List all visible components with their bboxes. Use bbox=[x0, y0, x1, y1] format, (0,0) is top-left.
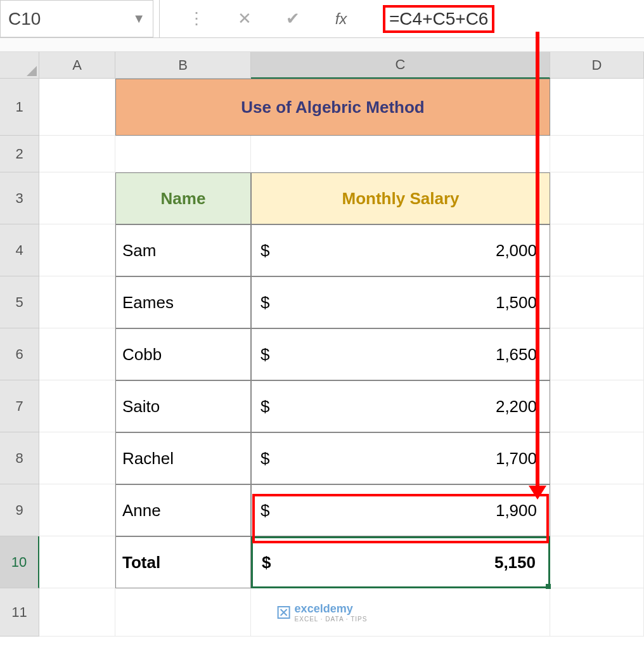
select-all-corner[interactable] bbox=[0, 52, 39, 79]
salary-value: 2,200 bbox=[496, 397, 543, 417]
cell-A2[interactable] bbox=[39, 136, 115, 172]
currency-symbol: $ bbox=[258, 397, 269, 417]
row-3: 3 Name Monthly Salary bbox=[0, 172, 644, 224]
svg-marker-0 bbox=[27, 66, 37, 76]
cell-D6[interactable] bbox=[550, 328, 644, 380]
total-cell[interactable]: $5,150 bbox=[251, 536, 550, 588]
cell-A4[interactable] bbox=[39, 224, 115, 276]
spacer bbox=[0, 38, 644, 52]
watermark-brand: exceldemy bbox=[295, 602, 353, 615]
salary-cell[interactable]: $2,200 bbox=[251, 380, 550, 432]
cell-D8[interactable] bbox=[550, 432, 644, 484]
cell-D5[interactable] bbox=[550, 276, 644, 328]
cell-D1[interactable] bbox=[550, 79, 644, 136]
salary-cell[interactable]: $1,700 bbox=[251, 432, 550, 484]
row-header-7[interactable]: 7 bbox=[0, 380, 39, 432]
cell-C2[interactable] bbox=[251, 136, 550, 172]
dropdown-arrow-icon[interactable]: ▼ bbox=[132, 11, 145, 26]
row-7: 7 Saito $2,200 bbox=[0, 380, 644, 432]
salary-cell[interactable]: $1,900 bbox=[251, 484, 550, 536]
row-header-10[interactable]: 10 bbox=[0, 536, 39, 588]
cell-A5[interactable] bbox=[39, 276, 115, 328]
row-4: 4 Sam $2,000 bbox=[0, 224, 644, 276]
cell-A7[interactable] bbox=[39, 380, 115, 432]
cell-D3[interactable] bbox=[550, 172, 644, 224]
row-10: 10 Total $5,150 bbox=[0, 536, 644, 588]
row-header-11[interactable]: 11 bbox=[0, 588, 39, 637]
fx-icon[interactable]: fx bbox=[330, 8, 352, 30]
name-box[interactable]: C10 ▼ bbox=[0, 0, 153, 37]
cancel-icon[interactable]: ✕ bbox=[233, 8, 256, 30]
formula-bar: C10 ▼ ⋮ ✕ ✔ fx =C4+C5+C6 bbox=[0, 0, 644, 38]
col-header-D[interactable]: D bbox=[550, 52, 644, 79]
name-cell[interactable]: Cobb bbox=[115, 328, 251, 380]
rows: 1 Use of Algebric Method 2 3 Name Monthl… bbox=[0, 79, 644, 637]
row-header-9[interactable]: 9 bbox=[0, 484, 39, 536]
col-header-B[interactable]: B bbox=[115, 52, 251, 79]
formula-text: =C4+C5+C6 bbox=[383, 5, 494, 33]
row-2: 2 bbox=[0, 136, 644, 172]
name-cell[interactable]: Sam bbox=[115, 224, 251, 276]
name-box-value: C10 bbox=[8, 9, 41, 29]
cell-D2[interactable] bbox=[550, 136, 644, 172]
row-header-4[interactable]: 4 bbox=[0, 224, 39, 276]
cell-A8[interactable] bbox=[39, 432, 115, 484]
row-header-2[interactable]: 2 bbox=[0, 136, 39, 172]
total-value: 5,150 bbox=[494, 553, 542, 572]
enter-icon[interactable]: ✔ bbox=[281, 8, 304, 30]
col-header-C[interactable]: C bbox=[251, 52, 550, 79]
row-header-1[interactable]: 1 bbox=[0, 79, 39, 136]
salary-cell[interactable]: $1,500 bbox=[251, 276, 550, 328]
cell-A9[interactable] bbox=[39, 484, 115, 536]
currency-symbol: $ bbox=[258, 241, 269, 261]
cell-D7[interactable] bbox=[550, 380, 644, 432]
row-header-5[interactable]: 5 bbox=[0, 276, 39, 328]
formula-input[interactable]: =C4+C5+C6 bbox=[378, 0, 644, 37]
cell-B2[interactable] bbox=[115, 136, 251, 172]
cell-D4[interactable] bbox=[550, 224, 644, 276]
header-name[interactable]: Name bbox=[115, 172, 251, 224]
cell-A11[interactable] bbox=[39, 588, 115, 637]
formula-buttons: ⋮ ✕ ✔ fx bbox=[160, 0, 378, 37]
cell-D11[interactable] bbox=[550, 588, 644, 637]
row-6: 6 Cobb $1,650 bbox=[0, 328, 644, 380]
row-1: 1 Use of Algebric Method bbox=[0, 79, 644, 136]
cell-A1[interactable] bbox=[39, 79, 115, 136]
name-cell[interactable]: Eames bbox=[115, 276, 251, 328]
row-9: 9 Anne $1,900 bbox=[0, 484, 644, 536]
fill-handle[interactable] bbox=[546, 584, 551, 589]
salary-cell[interactable]: $1,650 bbox=[251, 328, 550, 380]
salary-cell[interactable]: $2,000 bbox=[251, 224, 550, 276]
salary-value: 1,700 bbox=[496, 449, 543, 469]
total-label[interactable]: Total bbox=[115, 536, 251, 588]
cell-D9[interactable] bbox=[550, 484, 644, 536]
name-cell[interactable]: Rachel bbox=[115, 432, 251, 484]
currency-symbol: $ bbox=[259, 553, 271, 572]
divider bbox=[153, 0, 160, 37]
watermark: exceldemy EXCEL · DATA · TIPS bbox=[277, 602, 368, 623]
header-salary[interactable]: Monthly Salary bbox=[251, 172, 550, 224]
currency-symbol: $ bbox=[258, 345, 269, 365]
col-header-A[interactable]: A bbox=[39, 52, 115, 79]
title-cell[interactable]: Use of Algebric Method bbox=[115, 79, 550, 136]
salary-value: 1,900 bbox=[496, 501, 543, 520]
currency-symbol: $ bbox=[258, 449, 269, 469]
name-cell[interactable]: Anne bbox=[115, 484, 251, 536]
row-header-3[interactable]: 3 bbox=[0, 172, 39, 224]
cell-A6[interactable] bbox=[39, 328, 115, 380]
row-header-8[interactable]: 8 bbox=[0, 432, 39, 484]
row-header-6[interactable]: 6 bbox=[0, 328, 39, 380]
name-cell[interactable]: Saito bbox=[115, 380, 251, 432]
cell-A10[interactable] bbox=[39, 536, 115, 588]
cell-A3[interactable] bbox=[39, 172, 115, 224]
spreadsheet-grid: A B C D 1 Use of Algebric Method 2 3 Nam… bbox=[0, 52, 644, 637]
column-headers: A B C D bbox=[39, 52, 644, 79]
cell-D10[interactable] bbox=[550, 536, 644, 588]
currency-symbol: $ bbox=[258, 501, 269, 520]
salary-value: 1,500 bbox=[496, 293, 543, 313]
salary-value: 2,000 bbox=[496, 241, 543, 261]
currency-symbol: $ bbox=[258, 293, 269, 313]
dots-icon: ⋮ bbox=[185, 8, 208, 30]
row-5: 5 Eames $1,500 bbox=[0, 276, 644, 328]
cell-B11[interactable] bbox=[115, 588, 251, 637]
